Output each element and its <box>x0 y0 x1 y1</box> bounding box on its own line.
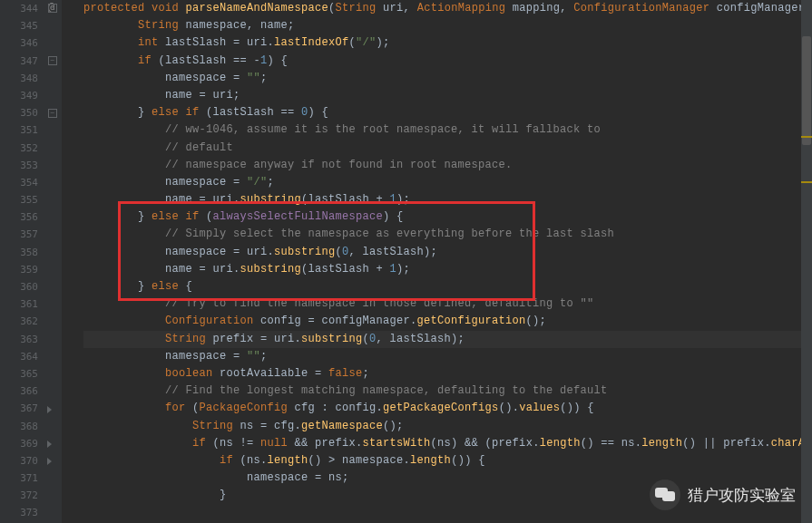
code-line[interactable]: protected void parseNameAndNamespace(Str… <box>83 0 812 17</box>
token-plain: ; <box>260 72 268 84</box>
token-plain: namespace = <box>165 350 247 363</box>
token-plain: ); <box>396 263 410 276</box>
code-editor[interactable]: 3443453463473483493503513523533543553563… <box>0 0 812 523</box>
token-plain: ; <box>268 176 275 189</box>
code-line[interactable]: name = uri; <box>83 87 812 104</box>
code-line[interactable]: namespace = ""; <box>83 70 812 87</box>
line-number: 352 <box>0 140 38 157</box>
token-str: "" <box>247 350 260 363</box>
token-kw: protected <box>83 2 152 15</box>
code-line[interactable]: // Try to find the namespace in those de… <box>83 295 812 313</box>
token-num: 1 <box>390 193 397 206</box>
token-cmt: // Try to find the namespace in those de… <box>165 297 594 310</box>
line-number: 373 <box>0 504 38 521</box>
code-line[interactable]: } else { <box>83 278 812 295</box>
token-kw: boolean <box>165 367 220 380</box>
code-line[interactable]: if (ns.length() > namespace.length()) { <box>83 452 812 470</box>
line-number: 370 <box>0 452 38 470</box>
line-number: 369 <box>0 435 38 452</box>
line-number: 351 <box>0 121 38 139</box>
token-method: substring <box>240 263 302 276</box>
line-number-gutter: 3443453463473483493503513523533543553563… <box>0 0 45 523</box>
code-line[interactable]: // namespace anyway if not found in root… <box>83 157 812 174</box>
code-line[interactable]: } else if (lastSlash == 0) { <box>83 104 812 121</box>
token-str: "/" <box>356 36 377 49</box>
token-plain: , <box>560 2 573 15</box>
code-line[interactable]: if (ns != null && prefix.startsWith(ns) … <box>83 435 812 452</box>
code-line[interactable]: } else if (alwaysSelectFullNamespace) { <box>83 208 812 226</box>
token-cmt: // namespace anyway if not found in root… <box>165 159 513 171</box>
watermark-text: 猎户攻防实验室 <box>688 485 796 506</box>
fold-column[interactable]: @ − − − <box>45 0 62 523</box>
code-line[interactable]: namespace = "/"; <box>83 174 812 191</box>
token-plain: namespace = ns; <box>247 471 349 484</box>
token-method: lastIndexOf <box>274 36 349 49</box>
code-line[interactable]: int lastSlash = uri.lastIndexOf("/"); <box>83 34 812 52</box>
code-line[interactable]: name = uri.substring(lastSlash + 1); <box>83 191 812 208</box>
fold-caret-icon[interactable] <box>47 458 52 465</box>
token-plain: (ns != <box>213 437 261 450</box>
token-plain: ()) { <box>451 454 485 467</box>
line-number: 356 <box>0 208 38 226</box>
token-cmt: // ww-1046, assume it is the root namesp… <box>165 123 601 136</box>
line-number: 368 <box>0 418 38 435</box>
code-line[interactable]: // Simply select the namespace as everyt… <box>83 226 812 243</box>
token-kw: else if <box>152 210 206 223</box>
token-kw: false <box>328 367 363 380</box>
scrollbar-thumb[interactable] <box>802 36 811 145</box>
token-plain: , lastSlash); <box>377 333 465 345</box>
code-line[interactable]: for (PackageConfig cfg : config.getPacka… <box>83 400 812 417</box>
token-plain: } <box>138 210 152 223</box>
code-line[interactable]: if (lastSlash == -1) { <box>83 53 812 70</box>
code-line[interactable]: String ns = cfg.getNamespace(); <box>83 418 812 435</box>
token-num: 1 <box>260 54 268 67</box>
line-number: 359 <box>0 261 38 278</box>
token-plain: namespace = <box>165 72 247 84</box>
token-method: substring <box>301 333 363 345</box>
code-line[interactable]: Configuration config = configManager.get… <box>83 313 812 330</box>
token-plain: () > namespace. <box>308 454 411 467</box>
line-number: 367 <box>0 400 38 417</box>
fold-caret-icon[interactable] <box>47 441 52 448</box>
code-area[interactable]: protected void parseNameAndNamespace(Str… <box>62 0 812 523</box>
code-line[interactable]: boolean rootAvailable = false; <box>83 365 812 383</box>
fold-caret-icon[interactable] <box>47 406 52 413</box>
fold-toggle-icon[interactable]: − <box>48 4 57 13</box>
line-number: 364 <box>0 348 38 365</box>
token-plain: { <box>186 280 193 293</box>
token-plain: (). <box>499 402 520 414</box>
token-kw: if <box>192 437 213 450</box>
code-line[interactable]: String prefix = uri.substring(0, lastSla… <box>83 331 812 348</box>
token-type: PackageConfig <box>200 402 295 414</box>
fold-toggle-icon[interactable]: − <box>48 56 57 65</box>
token-param: uri <box>383 2 404 15</box>
token-str: "" <box>247 72 260 84</box>
token-method: startsWith <box>363 437 431 450</box>
token-plain: name = uri; <box>165 89 240 102</box>
token-plain: ); <box>396 193 410 206</box>
fold-toggle-icon[interactable]: − <box>48 109 57 118</box>
token-method: substring <box>240 193 302 206</box>
line-number: 358 <box>0 244 38 261</box>
code-line[interactable]: namespace = ""; <box>83 348 812 365</box>
code-line[interactable]: // default <box>83 140 812 157</box>
token-param: mapping <box>513 2 561 15</box>
code-line[interactable]: name = uri.substring(lastSlash + 1); <box>83 261 812 278</box>
vertical-scrollbar[interactable] <box>801 0 812 523</box>
token-method: length <box>268 454 308 467</box>
code-line[interactable]: // Find the longest matching namespace, … <box>83 383 812 400</box>
token-plain: ) { <box>268 54 289 67</box>
code-line[interactable]: String namespace, name; <box>83 17 812 34</box>
code-line[interactable]: namespace = uri.substring(0, lastSlash); <box>83 244 812 261</box>
token-cmt: // default <box>165 141 233 154</box>
token-plain: ( <box>363 333 370 345</box>
token-num: 0 <box>369 333 377 345</box>
token-type: ConfigurationManager <box>573 2 717 15</box>
watermark: 猎户攻防实验室 <box>650 479 796 510</box>
line-number: 353 <box>0 157 38 174</box>
token-cmt: // Find the longest matching namespace, … <box>165 384 608 397</box>
token-method: getConfiguration <box>417 315 526 327</box>
line-number: 347 <box>0 53 38 70</box>
wechat-icon <box>650 479 680 510</box>
code-line[interactable]: // ww-1046, assume it is the root namesp… <box>83 121 812 139</box>
